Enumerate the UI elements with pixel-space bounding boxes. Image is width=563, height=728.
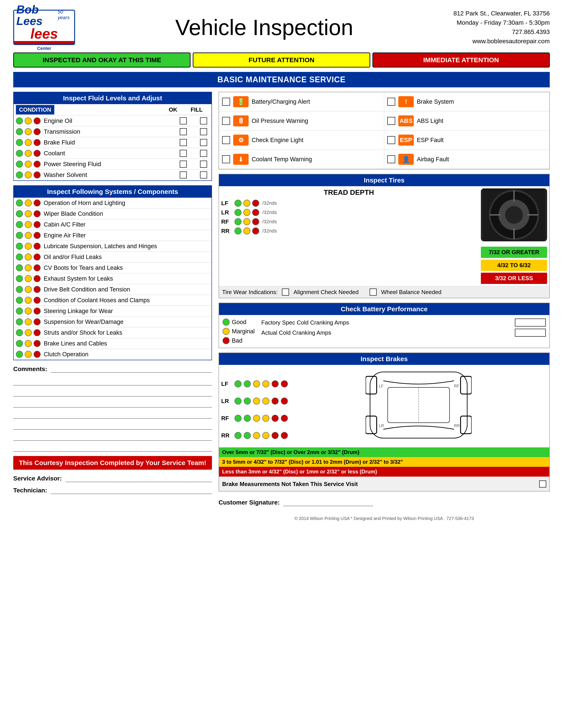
fill-checkbox[interactable] <box>200 117 207 124</box>
brake-dot-yellow <box>253 432 260 439</box>
tread-position-label: LR <box>221 209 232 216</box>
system-label: Lubricate Suspension, Latches and Hinges <box>44 243 209 250</box>
dot-red <box>34 351 41 358</box>
comment-line-6[interactable] <box>13 421 212 430</box>
tread-unit: /32nds <box>262 219 277 225</box>
dot-red <box>34 253 41 261</box>
dot-green <box>234 209 241 216</box>
comment-line-4[interactable] <box>13 399 212 407</box>
brake-dot-green2 <box>244 432 251 439</box>
warning-icon: ESP <box>398 135 414 146</box>
warning-checkbox[interactable] <box>387 136 395 144</box>
fluid-dots <box>16 150 41 157</box>
comment-line-7[interactable] <box>13 432 212 441</box>
system-row: Clutch Operation <box>14 349 211 360</box>
warning-icon: 👤 <box>398 154 414 165</box>
system-dots <box>16 264 41 271</box>
brake-row: LR <box>221 398 288 405</box>
tread-legend-item: 4/32 TO 6/32 <box>481 260 547 271</box>
comments-line-1[interactable] <box>51 365 212 373</box>
svg-text:RR: RR <box>454 424 460 428</box>
warning-checkbox[interactable] <box>222 117 230 125</box>
dot-green <box>16 161 23 168</box>
comment-line-5[interactable] <box>13 410 212 418</box>
advisor-label: Service Advisor: <box>13 475 62 482</box>
dot-red <box>34 150 41 157</box>
system-label: Wiper Blade Condition <box>44 210 209 217</box>
brake-position-label: RF <box>221 415 232 422</box>
fluid-label: Brake Fluid <box>44 139 180 146</box>
ok-checkbox[interactable] <box>180 161 187 168</box>
brake-not-taken-checkbox[interactable] <box>539 480 546 488</box>
fill-checkbox[interactable] <box>200 139 207 146</box>
comment-line-3[interactable] <box>13 388 212 396</box>
tech-row: Technician: <box>13 486 212 494</box>
battery-section: Check Battery Performance GoodMarginalBa… <box>218 303 550 348</box>
ok-checkbox[interactable] <box>180 128 187 135</box>
brake-dot-yellow <box>253 415 260 422</box>
warning-label: Brake System <box>417 98 454 105</box>
dot-green <box>234 200 241 207</box>
fill-checkbox[interactable] <box>200 150 207 157</box>
dot-green <box>16 318 23 325</box>
tire-wear-row: Tire Wear Indications: Alignment Check N… <box>219 286 549 298</box>
fluid-row: Coolant <box>14 148 211 159</box>
brakes-section: Inspect Brakes LF LR RF RR <box>218 353 550 492</box>
dot-yellow <box>25 286 32 293</box>
ok-checkbox[interactable] <box>180 150 187 157</box>
battery-legend-label: Marginal <box>232 328 255 335</box>
sign-lines: Service Advisor: Technician: <box>13 474 212 494</box>
tech-line[interactable] <box>51 486 212 494</box>
warning-checkbox[interactable] <box>387 117 395 125</box>
battery-dot <box>222 328 229 335</box>
warning-item: ESP ESP Fault <box>384 131 549 150</box>
tires-inner: TREAD DEPTH LF /32nds LR /32nds RF /32nd… <box>219 186 549 286</box>
dot-yellow <box>25 221 32 228</box>
status-green: INSPECTED AND OKAY AT THIS TIME <box>13 53 190 68</box>
customer-sig-row: Customer Signature: <box>218 498 373 506</box>
warning-label: Airbag Fault <box>417 156 449 163</box>
actual-input[interactable] <box>515 329 546 337</box>
ok-checkbox[interactable] <box>180 171 187 178</box>
dot-red <box>252 200 259 207</box>
fill-checkbox[interactable] <box>200 171 207 178</box>
balance-checkbox[interactable] <box>370 289 377 296</box>
ok-checkbox[interactable] <box>180 139 187 146</box>
dot-red <box>34 340 41 347</box>
factory-spec-input[interactable] <box>515 319 546 326</box>
warning-checkbox[interactable] <box>387 98 395 106</box>
warning-item: ! Brake System <box>384 92 549 111</box>
fluid-checkboxes <box>180 139 207 146</box>
fill-checkbox[interactable] <box>200 128 207 135</box>
warning-label: Battery/Charging Alert <box>252 98 310 105</box>
warning-checkbox[interactable] <box>222 155 230 163</box>
warning-label: Coolant Temp Warning <box>252 156 312 163</box>
warning-checkbox[interactable] <box>387 155 395 163</box>
ok-checkbox[interactable] <box>180 117 187 124</box>
svg-rect-11 <box>461 376 472 394</box>
comment-line-8[interactable] <box>13 443 212 452</box>
right-column: 🔋 Battery/Charging Alert ! Brake System … <box>218 92 550 522</box>
fluid-dots <box>16 128 41 135</box>
warning-label: Check Engine Light <box>252 137 304 144</box>
dot-yellow <box>25 139 32 146</box>
tread-legend: 7/32 OR GREATER4/32 TO 6/323/32 OR LESS <box>481 247 547 284</box>
fill-checkbox[interactable] <box>200 161 207 168</box>
brake-dot-green2 <box>244 380 251 387</box>
advisor-line[interactable] <box>65 474 212 482</box>
tread-title: TREAD DEPTH <box>221 188 477 197</box>
system-label: Exhaust System for Leaks <box>44 275 209 282</box>
system-row: Cabin A/C Filter <box>14 219 211 230</box>
warning-checkbox[interactable] <box>222 136 230 144</box>
system-label: Clutch Operation <box>44 351 209 358</box>
tread-unit: /32nds <box>262 210 277 215</box>
brake-dot-yellow2 <box>262 398 269 405</box>
brake-dot-red <box>271 398 278 405</box>
dot-red <box>34 161 41 168</box>
comment-line-2[interactable] <box>13 377 212 385</box>
customer-sig-line[interactable] <box>283 498 373 506</box>
system-label: Struts and/or Shock for Leaks <box>44 329 209 336</box>
dot-red <box>34 117 41 124</box>
warning-checkbox[interactable] <box>222 98 230 106</box>
alignment-checkbox[interactable] <box>282 289 289 296</box>
